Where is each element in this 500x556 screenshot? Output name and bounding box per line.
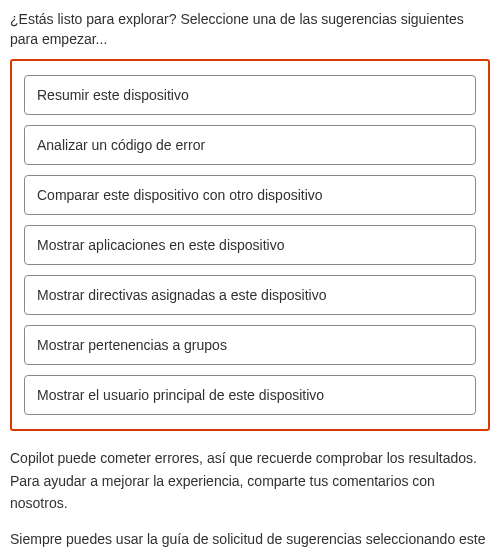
guide-text-label: Siempre puedes usar la guía de solicitud… [10, 531, 486, 556]
suggestion-analyze-error[interactable]: Analizar un código de error [24, 125, 476, 165]
suggestions-container: Resumir este dispositivo Analizar un cód… [10, 59, 490, 431]
suggestion-show-policies[interactable]: Mostrar directivas asignadas a este disp… [24, 275, 476, 315]
suggestion-show-groups[interactable]: Mostrar pertenencias a grupos [24, 325, 476, 365]
guide-text: Siempre puedes usar la guía de solicitud… [10, 528, 490, 556]
suggestion-compare-device[interactable]: Comparar este dispositivo con otro dispo… [24, 175, 476, 215]
suggestion-show-apps[interactable]: Mostrar aplicaciones en este dispositivo [24, 225, 476, 265]
disclaimer-text: Copilot puede cometer errores, así que r… [10, 447, 490, 514]
intro-text: ¿Estás listo para explorar? Seleccione u… [10, 10, 490, 49]
suggestion-summarize-device[interactable]: Resumir este dispositivo [24, 75, 476, 115]
suggestion-show-primary-user[interactable]: Mostrar el usuario principal de este dis… [24, 375, 476, 415]
